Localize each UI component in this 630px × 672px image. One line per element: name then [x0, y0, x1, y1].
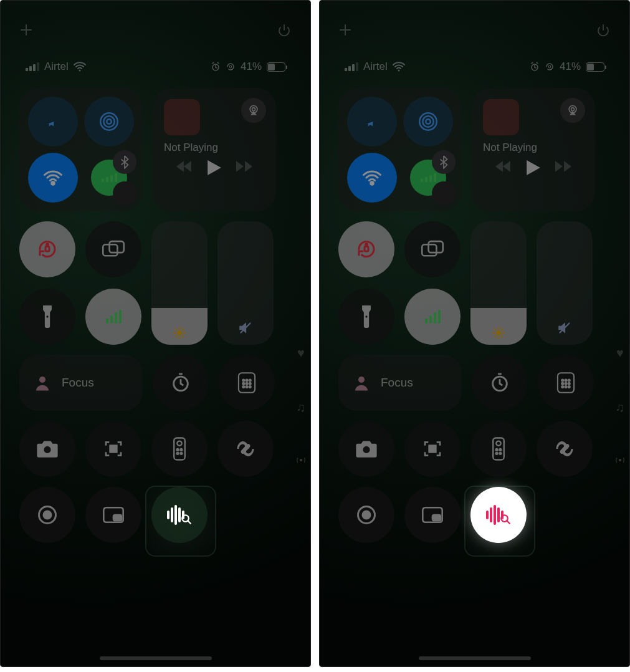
svg-point-65 — [568, 383, 570, 385]
remote-button[interactable] — [151, 421, 208, 477]
screen-record-button[interactable] — [338, 487, 394, 543]
now-playing-module[interactable]: Not Playing — [472, 88, 595, 211]
bluetooth-button[interactable] — [432, 150, 456, 174]
rewind-icon[interactable] — [495, 160, 512, 175]
airdrop-button[interactable] — [403, 97, 453, 146]
focus-button[interactable]: Focus — [19, 355, 143, 411]
shazam-button[interactable] — [537, 421, 593, 477]
wifi-button[interactable] — [347, 153, 397, 203]
connectivity-module[interactable] — [338, 88, 462, 211]
svg-rect-71 — [433, 446, 436, 448]
svg-rect-30 — [114, 449, 117, 452]
volume-slider[interactable] — [217, 221, 274, 345]
power-icon[interactable] — [596, 23, 611, 38]
power-icon[interactable] — [277, 23, 292, 38]
personal-hotspot-button[interactable] — [113, 181, 136, 205]
forward-icon[interactable] — [236, 160, 252, 175]
qr-scanner-button[interactable] — [85, 421, 141, 477]
volume-mute-icon — [237, 320, 254, 336]
wifi-icon — [74, 62, 86, 72]
svg-point-12 — [177, 330, 181, 335]
svg-point-18 — [246, 380, 247, 382]
svg-point-19 — [249, 380, 251, 382]
play-icon[interactable] — [208, 160, 221, 175]
svg-point-62 — [568, 380, 570, 382]
flashlight-button[interactable] — [19, 289, 75, 345]
airplane-mode-button[interactable] — [347, 97, 397, 146]
control-center-left: Airtel 41% — [0, 0, 311, 667]
focus-button[interactable]: Focus — [338, 355, 462, 411]
add-control-icon[interactable] — [338, 23, 352, 38]
camera-button[interactable] — [19, 421, 75, 477]
battery-icon — [267, 62, 285, 72]
svg-point-49 — [371, 182, 374, 185]
remote-button[interactable] — [470, 421, 527, 477]
bluetooth-button[interactable] — [113, 150, 136, 174]
add-control-icon[interactable] — [19, 23, 33, 38]
broadcast-icon — [295, 454, 307, 466]
airplay-icon[interactable] — [560, 98, 585, 123]
svg-point-26 — [44, 446, 50, 453]
calculator-button[interactable] — [538, 355, 594, 411]
music-note-icon: ♫ — [297, 400, 306, 415]
svg-point-67 — [565, 386, 566, 388]
screen-mirroring-button[interactable] — [404, 221, 461, 277]
music-recognition-button[interactable] — [151, 487, 208, 543]
flashlight-button[interactable] — [338, 289, 394, 345]
brightness-slider[interactable] — [151, 221, 208, 345]
cellular-data-button[interactable] — [84, 153, 134, 203]
airplane-mode-button[interactable] — [28, 97, 78, 146]
cellular-data-toggle[interactable] — [85, 289, 141, 345]
cellular-data-button[interactable] — [403, 153, 453, 203]
svg-point-6 — [52, 182, 55, 185]
camera-button[interactable] — [338, 421, 394, 477]
picture-in-picture-button[interactable] — [404, 487, 461, 543]
svg-point-60 — [561, 380, 563, 382]
orientation-lock-button[interactable] — [19, 221, 75, 277]
forward-icon[interactable] — [555, 160, 571, 175]
svg-point-64 — [565, 383, 566, 385]
airdrop-button[interactable] — [84, 97, 134, 146]
svg-point-76 — [496, 449, 498, 451]
rewind-icon[interactable] — [176, 160, 193, 175]
personal-hotspot-button[interactable] — [432, 181, 456, 205]
play-icon[interactable] — [527, 160, 540, 175]
svg-point-23 — [242, 386, 244, 388]
wifi-button[interactable] — [28, 153, 78, 203]
svg-rect-40 — [113, 515, 122, 521]
svg-point-46 — [426, 119, 431, 124]
svg-rect-70 — [429, 446, 432, 448]
svg-point-47 — [422, 116, 434, 127]
airplay-icon[interactable] — [241, 98, 266, 123]
focus-label: Focus — [62, 376, 94, 390]
timer-button[interactable] — [472, 355, 528, 411]
qr-scanner-button[interactable] — [404, 421, 461, 477]
home-indicator[interactable] — [419, 656, 531, 660]
svg-point-14 — [39, 377, 45, 383]
calculator-button[interactable] — [219, 355, 275, 411]
svg-point-36 — [180, 453, 182, 454]
volume-slider[interactable] — [537, 221, 593, 345]
shazam-button[interactable] — [217, 421, 274, 477]
screen-record-button[interactable] — [19, 487, 75, 543]
screen-mirroring-button[interactable] — [85, 221, 141, 277]
svg-rect-29 — [110, 449, 113, 452]
battery-pct-label: 41% — [241, 60, 262, 73]
now-playing-module[interactable]: Not Playing — [153, 88, 276, 211]
svg-rect-52 — [365, 247, 368, 252]
timer-button[interactable] — [153, 355, 209, 411]
svg-point-3 — [107, 119, 112, 124]
svg-point-7 — [252, 108, 255, 111]
svg-point-78 — [496, 453, 498, 454]
now-playing-title: Not Playing — [483, 142, 584, 154]
edit-bar — [320, 1, 629, 44]
svg-point-43 — [398, 70, 399, 72]
brightness-slider[interactable] — [470, 221, 527, 345]
orientation-lock-button[interactable] — [338, 221, 394, 277]
music-recognition-button[interactable] — [470, 487, 527, 543]
picture-in-picture-button[interactable] — [85, 487, 141, 543]
svg-point-50 — [571, 108, 575, 111]
home-indicator[interactable] — [100, 656, 212, 660]
cellular-data-toggle[interactable] — [404, 289, 461, 345]
connectivity-module[interactable] — [19, 88, 143, 211]
